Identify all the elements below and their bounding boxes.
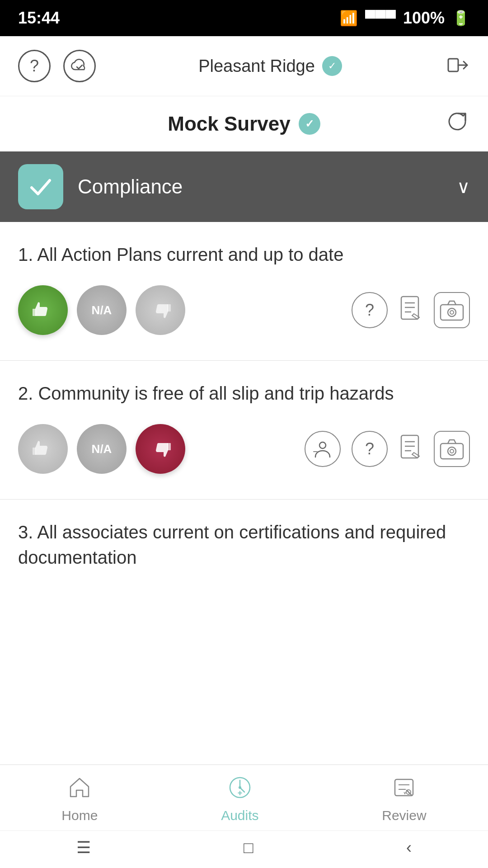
question-2-help-button[interactable]: ?: [352, 431, 388, 467]
svg-point-13: [319, 442, 326, 448]
question-2-na-button[interactable]: N/A: [77, 424, 127, 474]
question-2-document-icon: [399, 434, 423, 461]
survey-dropdown-icon: ✓: [305, 118, 314, 130]
status-time: 15:44: [18, 9, 60, 28]
bottom-nav: Home + Audits: [0, 764, 488, 868]
svg-rect-0: [448, 59, 458, 71]
question-1-response-row: N/A ?: [18, 285, 470, 351]
location-dropdown-icon: ✓: [328, 60, 336, 72]
svg-rect-2: [33, 309, 36, 316]
question-item-3: 3. All associates current on certificati…: [0, 500, 488, 597]
svg-point-10: [450, 311, 454, 314]
cloud-check-icon: [70, 57, 89, 75]
android-back-icon[interactable]: ‹: [406, 838, 412, 857]
thumbs-up-inactive-icon: [30, 436, 56, 462]
svg-rect-12: [167, 443, 171, 450]
question-1-camera-icon: [440, 299, 464, 321]
location-selector[interactable]: Pleasant Ridge ✓: [198, 56, 342, 76]
nav-tab-home-label: Home: [61, 808, 98, 823]
nav-tab-review[interactable]: Review: [382, 776, 426, 823]
cloud-sync-button[interactable]: [63, 50, 96, 82]
question-2-camera-icon: [440, 438, 464, 460]
survey-title-text: Mock Survey: [168, 113, 290, 135]
svg-rect-3: [167, 304, 171, 311]
question-item-1: 1. All Action Plans current and up to da…: [0, 222, 488, 360]
question-2-thumbs-up-button[interactable]: [18, 424, 68, 474]
android-nav: ☰ □ ‹: [0, 830, 488, 868]
top-nav: ? Pleasant Ridge ✓: [0, 36, 488, 96]
status-bar: 15:44 📶 ▀▀▀ 100% 🔋: [0, 0, 488, 36]
nav-tab-review-label: Review: [382, 808, 426, 823]
question-1-document-icon: [399, 295, 423, 322]
question-1-camera-button[interactable]: [434, 292, 470, 328]
survey-dropdown-badge[interactable]: ✓: [299, 113, 320, 135]
compliance-label: Compliance: [78, 175, 183, 198]
review-icon: [392, 776, 416, 804]
question-item-2: 2. Community is free of all slip and tri…: [0, 361, 488, 499]
refresh-button[interactable]: [445, 109, 470, 139]
question-2-text: 2. Community is free of all slip and tri…: [18, 381, 470, 406]
logout-button[interactable]: [445, 52, 470, 80]
refresh-icon: [445, 109, 470, 134]
question-3-text: 3. All associates current on certificati…: [18, 519, 470, 570]
svg-rect-8: [441, 305, 463, 320]
person-icon: [313, 439, 333, 459]
question-2-response-buttons: N/A: [18, 424, 185, 474]
question-1-help-button[interactable]: ?: [352, 292, 388, 328]
nav-tab-home[interactable]: Home: [61, 776, 98, 823]
svg-point-9: [448, 308, 456, 316]
question-2-camera-button[interactable]: [434, 431, 470, 467]
help-icon: ?: [30, 57, 39, 75]
compliance-checkmark-icon: [27, 173, 54, 200]
svg-rect-11: [33, 448, 36, 455]
question-2-notes-button[interactable]: [399, 434, 423, 465]
svg-point-20: [448, 447, 456, 455]
nav-tab-audits[interactable]: + Audits: [221, 776, 258, 823]
compliance-check-box: [18, 164, 63, 209]
logout-icon: [445, 52, 470, 78]
svg-point-21: [450, 449, 454, 453]
help-button[interactable]: ?: [18, 50, 51, 82]
question-2-response-row: N/A ?: [18, 424, 470, 490]
wifi-icon: 📶: [340, 9, 358, 27]
svg-rect-19: [441, 443, 463, 459]
signal-icon: ▀▀▀: [365, 10, 396, 27]
home-icon: [68, 776, 91, 804]
question-2-help-icon: ?: [365, 439, 374, 458]
audits-icon: +: [228, 776, 252, 804]
compliance-left: Compliance: [18, 164, 183, 209]
android-menu-icon[interactable]: ☰: [76, 838, 91, 857]
survey-title[interactable]: Mock Survey ✓: [168, 113, 320, 135]
question-2-person-button[interactable]: [305, 431, 341, 467]
question-1-text: 1. All Action Plans current and up to da…: [18, 242, 470, 267]
compliance-expand-icon: ∨: [457, 176, 470, 197]
nav-tab-audits-label: Audits: [221, 808, 258, 823]
question-1-na-button[interactable]: N/A: [77, 285, 127, 335]
question-1-action-buttons: ?: [352, 292, 470, 328]
question-1-thumbs-down-button[interactable]: [136, 285, 185, 335]
question-2-action-buttons: ?: [305, 431, 470, 467]
location-dropdown-badge[interactable]: ✓: [322, 56, 342, 76]
nav-left: ?: [18, 50, 96, 82]
battery-level: 100%: [403, 9, 445, 28]
battery-icon: 🔋: [452, 9, 470, 27]
thumbs-down-inactive-icon: [147, 297, 174, 323]
question-2-thumbs-down-button[interactable]: [136, 424, 185, 474]
question-1-help-icon: ?: [365, 301, 374, 320]
status-right: 📶 ▀▀▀ 100% 🔋: [340, 9, 470, 28]
svg-text:+: +: [238, 788, 243, 797]
thumbs-up-active-icon: [30, 297, 56, 323]
android-home-icon[interactable]: □: [244, 838, 253, 857]
question-1-response-buttons: N/A: [18, 285, 185, 335]
compliance-section-header[interactable]: Compliance ∨: [0, 151, 488, 222]
survey-title-row: Mock Survey ✓: [0, 96, 488, 151]
location-name: Pleasant Ridge: [198, 57, 315, 76]
question-1-thumbs-up-button[interactable]: [18, 285, 68, 335]
bottom-nav-tabs: Home + Audits: [0, 765, 488, 830]
question-1-notes-button[interactable]: [399, 295, 423, 326]
thumbs-down-active-icon: [147, 436, 174, 462]
